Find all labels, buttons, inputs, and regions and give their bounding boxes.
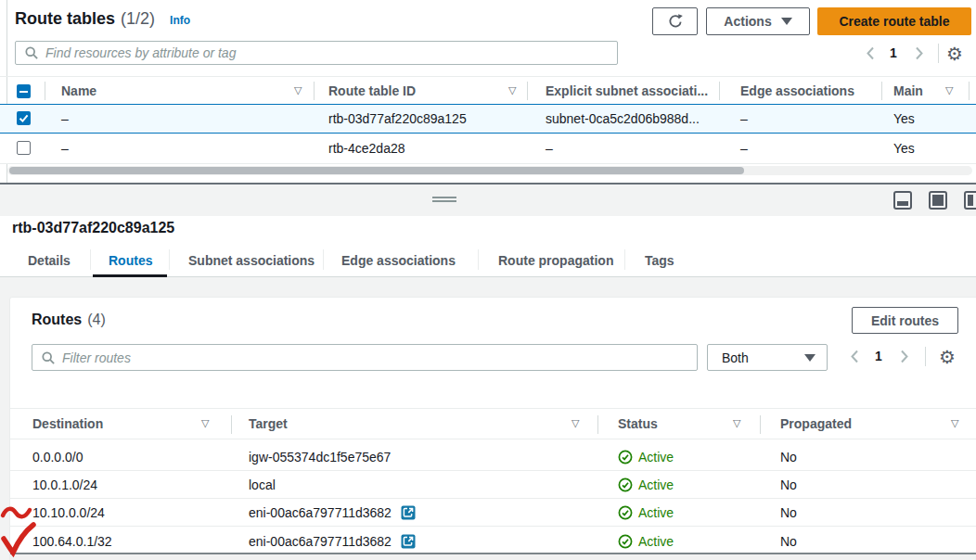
status-active-icon [618, 450, 633, 465]
next-page-icon[interactable] [915, 46, 924, 60]
actions-button[interactable]: Actions [706, 7, 810, 35]
page-title-count: (1/2) [121, 9, 155, 29]
cell-status: Active [638, 450, 674, 465]
route-row: 0.0.0.0/0 igw-055374dc1f5e75e67 Active N… [10, 442, 976, 471]
status-active-icon [618, 534, 633, 549]
edit-routes-label: Edit routes [871, 313, 939, 328]
prev-page-icon[interactable] [866, 46, 875, 60]
status-active-icon [618, 477, 633, 492]
route-row: 10.0.1.0/24 local Active No [10, 471, 976, 499]
cell-status: Active [638, 505, 674, 520]
subnet-link[interactable]: subnet-0ca5c2d06b988d... [546, 111, 700, 126]
target-link[interactable]: eni-00ac6a797711d3682 [249, 534, 392, 549]
next-page-icon[interactable] [900, 350, 909, 363]
both-select-caret-icon [804, 354, 815, 362]
route-tables-page: Route tables (1/2) Info Actions Create r… [0, 0, 976, 560]
create-route-table-label: Create route table [839, 14, 949, 29]
column-header-name[interactable]: Name [61, 83, 96, 98]
route-table-id-link[interactable]: rtb-4ce2da28 [328, 141, 405, 156]
column-divider [969, 82, 970, 100]
filter-routes-input[interactable]: Filter routes [32, 344, 698, 371]
sort-icon-route-table-id[interactable]: ▽ [508, 84, 516, 96]
cell-edge: – [740, 141, 748, 156]
cell-edge: – [740, 111, 748, 126]
cell-subnet: – [546, 141, 553, 156]
cell-main: Yes [893, 111, 915, 126]
tab-tags[interactable]: Tags [645, 253, 674, 268]
column-divider [314, 82, 315, 100]
column-divider [597, 415, 598, 434]
panel-layout-full-icon[interactable] [929, 191, 947, 210]
page-title: Route tables (1/2) Info [15, 9, 190, 29]
refresh-icon [667, 13, 684, 30]
page-number[interactable]: 1 [890, 45, 897, 60]
panel-layout-bottom-icon[interactable] [893, 191, 912, 210]
pagination-divider [925, 347, 926, 366]
search-input[interactable]: Find resources by attribute or tag [15, 41, 618, 65]
cell-name: – [61, 111, 69, 126]
sort-icon-destination[interactable]: ▽ [201, 417, 209, 429]
page-title-text: Route tables [15, 9, 115, 29]
column-header-explicit-subnet[interactable]: Explicit subnet associati... [546, 83, 708, 98]
detail-title: rtb-03d77af220c89a125 [12, 220, 174, 236]
pagination-divider [938, 44, 939, 63]
tab-subnet-associations[interactable]: Subnet associations [188, 253, 315, 268]
column-header-target[interactable]: Target [249, 416, 288, 431]
routes-page-number[interactable]: 1 [875, 349, 882, 363]
table-row[interactable]: – rtb-03d77af220c89a125 subnet-0ca5c2d06… [0, 104, 976, 134]
routes-count: (4) [87, 312, 106, 328]
tab-route-propagation[interactable]: Route propagation [498, 253, 613, 268]
column-divider [881, 82, 882, 100]
routes-title-text: Routes [32, 312, 82, 328]
column-header-destination[interactable]: Destination [32, 416, 103, 431]
split-panel: rtb-03d77af220c89a125 Details Routes Sub… [0, 185, 976, 560]
sort-icon-main[interactable]: ▽ [945, 84, 953, 96]
column-header-main[interactable]: Main [893, 83, 923, 98]
split-divider-handle[interactable] [432, 197, 456, 202]
panel-layout-side-icon[interactable] [964, 191, 976, 210]
refresh-button[interactable] [652, 7, 698, 35]
column-divider [527, 82, 528, 100]
cell-status: Active [638, 534, 674, 549]
prev-page-icon[interactable] [850, 350, 859, 363]
route-tables-panel: Route tables (1/2) Info Actions Create r… [0, 0, 976, 185]
target-link[interactable]: igw-055374dc1f5e75e67 [249, 450, 391, 465]
tab-details[interactable]: Details [28, 253, 71, 268]
cell-destination: 10.0.1.0/24 [32, 477, 97, 492]
settings-gear-icon[interactable]: ⚙ [946, 45, 963, 63]
cell-destination: 100.64.0.1/32 [32, 534, 112, 549]
scrollbar-thumb[interactable] [9, 167, 744, 174]
route-table-id-link[interactable]: rtb-03d77af220c89a125 [328, 111, 467, 126]
sort-icon-target[interactable]: ▽ [571, 417, 579, 429]
search-icon [42, 351, 55, 364]
sort-icon-name[interactable]: ▽ [294, 84, 302, 96]
sort-icon-status[interactable]: ▽ [733, 417, 740, 429]
horizontal-scrollbar[interactable] [7, 166, 972, 175]
column-divider [760, 415, 761, 434]
external-link-icon[interactable] [401, 534, 416, 549]
info-link[interactable]: Info [170, 14, 190, 27]
row-checkbox[interactable] [17, 141, 31, 155]
target-link[interactable]: eni-00ac6a797711d3682 [249, 505, 392, 520]
tab-edge-associations[interactable]: Edge associations [341, 253, 456, 268]
both-select-value: Both [722, 350, 749, 365]
table-row[interactable]: – rtb-4ce2da28 – – Yes [0, 134, 976, 164]
sort-icon-propagated[interactable]: ▽ [951, 417, 958, 429]
cell-propagated: No [780, 477, 797, 492]
select-all-checkbox[interactable] [17, 84, 31, 98]
routes-settings-gear-icon[interactable]: ⚙ [939, 348, 956, 366]
external-link-icon[interactable] [401, 505, 416, 520]
column-header-route-table-id[interactable]: Route table ID [328, 83, 416, 98]
row-checkbox[interactable] [17, 111, 31, 125]
cell-name: – [61, 141, 69, 156]
column-header-propagated[interactable]: Propagated [780, 416, 852, 431]
edit-routes-button[interactable]: Edit routes [852, 307, 958, 334]
routes-card: Routes (4) Edit routes Filter routes Bot… [9, 297, 976, 560]
tab-routes[interactable]: Routes [109, 253, 152, 268]
column-header-status[interactable]: Status [618, 416, 658, 431]
both-select[interactable]: Both [707, 344, 828, 371]
create-route-table-button[interactable]: Create route table [817, 7, 971, 35]
cell-target: local [249, 477, 276, 492]
column-header-edge-associations[interactable]: Edge associations [740, 83, 854, 98]
column-divider [45, 82, 45, 100]
